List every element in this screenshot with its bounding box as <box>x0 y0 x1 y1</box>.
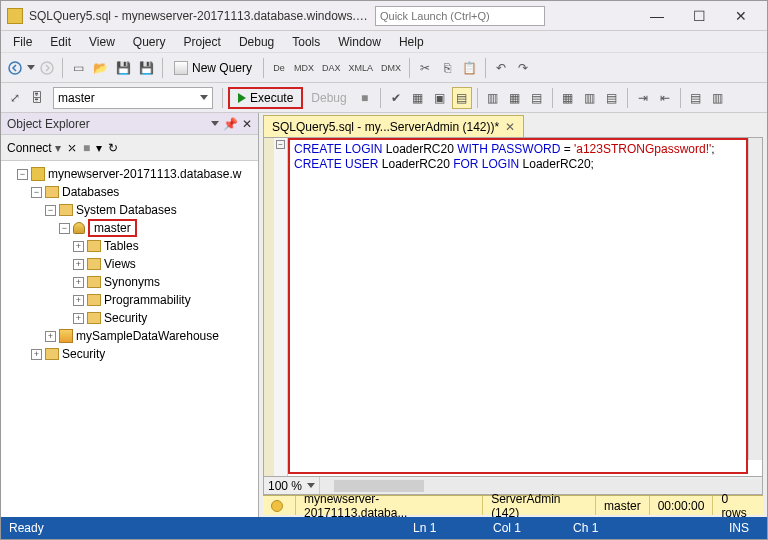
specify-values-button[interactable]: ▤ <box>686 87 706 109</box>
main-content: Object Explorer 📌 ✕ Connect ▾ ⤫ ■ ▾ ↻ −m… <box>1 113 767 517</box>
expand-icon[interactable]: + <box>45 331 56 342</box>
save-button[interactable]: 💾 <box>113 57 134 79</box>
tree-views-node[interactable]: +Views <box>3 255 256 273</box>
comment-button[interactable]: ▤ <box>602 87 622 109</box>
expand-icon[interactable]: + <box>73 241 84 252</box>
sql-editor[interactable]: − CREATE LOGIN LoaderRC20 WITH PASSWORD … <box>263 137 763 477</box>
expand-icon[interactable]: + <box>73 295 84 306</box>
maximize-button[interactable]: ☐ <box>685 6 713 26</box>
tree-root-security-node[interactable]: +Security <box>3 345 256 363</box>
menu-edit[interactable]: Edit <box>42 33 79 51</box>
script-button-1[interactable]: De <box>269 57 289 79</box>
connect-button[interactable]: Connect ▾ <box>7 141 61 155</box>
include-stats-button[interactable]: ▦ <box>505 87 525 109</box>
results-to-grid-button[interactable]: ▦ <box>558 87 578 109</box>
panel-dropdown-icon[interactable] <box>211 121 219 126</box>
disconnect-icon[interactable]: ⤫ <box>67 141 77 155</box>
pin-icon[interactable]: 📌 <box>223 117 238 131</box>
new-query-button[interactable]: New Query <box>168 61 258 75</box>
status-server: mynewserver-20171113.databa... <box>296 496 483 515</box>
tree-tables-node[interactable]: +Tables <box>3 237 256 255</box>
save-all-button[interactable]: 💾 <box>136 57 157 79</box>
query-options-button[interactable]: ▣ <box>430 87 450 109</box>
script-button-3[interactable]: DAX <box>319 57 344 79</box>
window-title: SQLQuery5.sql - mynewserver-20171113.dat… <box>29 9 369 23</box>
execute-button[interactable]: Execute <box>228 87 303 109</box>
object-explorer-title-bar: Object Explorer 📌 ✕ <box>1 113 258 135</box>
document-tab[interactable]: SQLQuery5.sql - my...ServerAdmin (142))*… <box>263 115 524 137</box>
tree-server-node[interactable]: −mynewserver-20171113.database.w <box>3 165 256 183</box>
database-combo[interactable]: master <box>53 87 213 109</box>
back-button[interactable] <box>5 57 25 79</box>
collapse-icon[interactable]: − <box>45 205 56 216</box>
status-user: ServerAdmin (142) <box>483 496 596 515</box>
object-explorer-tree[interactable]: −mynewserver-20171113.database.w −Databa… <box>1 161 258 517</box>
vertical-scrollbar[interactable] <box>748 138 762 460</box>
menu-project[interactable]: Project <box>176 33 229 51</box>
menu-view[interactable]: View <box>81 33 123 51</box>
back-dropdown-icon[interactable] <box>27 65 35 70</box>
close-button[interactable]: ✕ <box>727 6 755 26</box>
tree-system-databases-node[interactable]: −System Databases <box>3 201 256 219</box>
script-button-5[interactable]: DMX <box>378 57 404 79</box>
more-button[interactable]: ▥ <box>708 87 728 109</box>
expand-icon[interactable]: + <box>31 349 42 360</box>
undo-button[interactable]: ↶ <box>491 57 511 79</box>
code-text[interactable]: CREATE LOGIN LoaderRC20 WITH PASSWORD = … <box>288 138 748 474</box>
folder-icon <box>87 240 101 252</box>
open-button[interactable]: 📂 <box>90 57 111 79</box>
menu-file[interactable]: File <box>5 33 40 51</box>
debug-button[interactable]: Debug <box>305 91 352 105</box>
horizontal-scrollbar[interactable] <box>320 479 762 493</box>
indent-button[interactable]: ⇥ <box>633 87 653 109</box>
outline-collapse-icon[interactable]: − <box>276 140 285 149</box>
intellisense-button[interactable]: ▤ <box>452 87 472 109</box>
new-query-label: New Query <box>192 61 252 75</box>
tree-databases-node[interactable]: −Databases <box>3 183 256 201</box>
svg-point-1 <box>41 62 53 74</box>
minimize-button[interactable]: — <box>643 6 671 26</box>
script-button-4[interactable]: XMLA <box>346 57 377 79</box>
collapse-icon[interactable]: − <box>17 169 28 180</box>
expand-icon[interactable]: + <box>73 259 84 270</box>
scrollbar-thumb[interactable] <box>334 480 424 492</box>
menu-bar: File Edit View Query Project Debug Tools… <box>1 31 767 53</box>
quick-launch-input[interactable] <box>375 6 545 26</box>
menu-query[interactable]: Query <box>125 33 174 51</box>
estimated-plan-button[interactable]: ▦ <box>408 87 428 109</box>
cut-button[interactable]: ✂ <box>415 57 435 79</box>
menu-tools[interactable]: Tools <box>284 33 328 51</box>
refresh-icon[interactable]: ↻ <box>108 141 118 155</box>
parse-button[interactable]: ✔ <box>386 87 406 109</box>
menu-help[interactable]: Help <box>391 33 432 51</box>
expand-icon[interactable]: + <box>73 277 84 288</box>
copy-button[interactable]: ⎘ <box>437 57 457 79</box>
outdent-button[interactable]: ⇤ <box>655 87 675 109</box>
redo-button[interactable]: ↷ <box>513 57 533 79</box>
cancel-query-button[interactable]: ■ <box>355 87 375 109</box>
menu-debug[interactable]: Debug <box>231 33 282 51</box>
change-connection-button[interactable]: ⤢ <box>5 87 25 109</box>
tree-warehouse-node[interactable]: +mySampleDataWarehouse <box>3 327 256 345</box>
menu-window[interactable]: Window <box>330 33 389 51</box>
expand-icon[interactable]: + <box>73 313 84 324</box>
paste-button[interactable]: 📋 <box>459 57 480 79</box>
tab-close-icon[interactable]: ✕ <box>505 120 515 134</box>
database-icon <box>73 222 85 234</box>
panel-close-icon[interactable]: ✕ <box>242 117 252 131</box>
include-plan-button[interactable]: ▥ <box>483 87 503 109</box>
collapse-icon[interactable]: − <box>31 187 42 198</box>
forward-button[interactable] <box>37 57 57 79</box>
tree-master-node[interactable]: −master <box>3 219 256 237</box>
stop-icon[interactable]: ■ <box>83 141 90 155</box>
results-to-text-button[interactable]: ▤ <box>527 87 547 109</box>
tree-synonyms-node[interactable]: +Synonyms <box>3 273 256 291</box>
tree-security-node[interactable]: +Security <box>3 309 256 327</box>
script-button-2[interactable]: MDX <box>291 57 317 79</box>
tree-programmability-node[interactable]: +Programmability <box>3 291 256 309</box>
folder-icon <box>87 258 101 270</box>
new-item-button[interactable]: ▭ <box>68 57 88 79</box>
results-to-file-button[interactable]: ▥ <box>580 87 600 109</box>
collapse-icon[interactable]: − <box>59 223 70 234</box>
filter-icon[interactable]: ▾ <box>96 141 102 155</box>
